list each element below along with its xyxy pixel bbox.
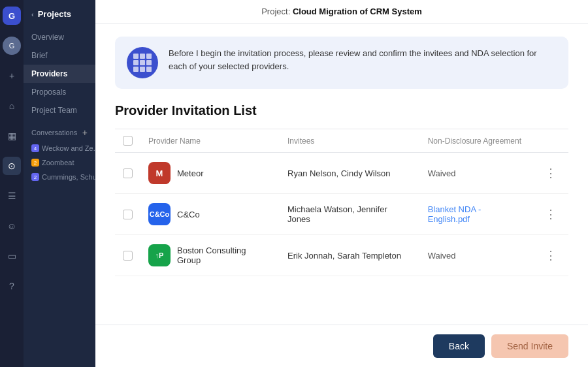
avatar-grid xyxy=(129,50,155,76)
provider-name: Meteor xyxy=(177,168,203,178)
brand-icon[interactable]: G xyxy=(3,7,21,25)
send-invite-button[interactable]: Send Invite xyxy=(491,334,568,358)
nav-header: ‹ Projects xyxy=(24,9,95,28)
nav-item-providers[interactable]: Providers xyxy=(24,65,95,83)
provider-logo-bcg: ↑P xyxy=(148,244,171,266)
add-conversation-icon[interactable]: + xyxy=(82,127,88,138)
nav-panel: ‹ Projects Overview Brief Providers Prop… xyxy=(24,0,95,367)
conv-badge-cummings: 2 xyxy=(31,173,39,181)
provider-name-cell: M Meteor xyxy=(140,153,280,194)
team-icon[interactable]: ☺ xyxy=(3,217,21,235)
topbar-prefix: Project: xyxy=(261,7,290,16)
nda-cell: Waived xyxy=(420,235,533,276)
select-all-checkbox[interactable] xyxy=(123,136,133,146)
row-checkbox-cell xyxy=(115,194,140,235)
clipboard-icon[interactable]: ☰ xyxy=(3,187,21,205)
provider-name-cell: ↑P Boston Consulting Group xyxy=(140,235,280,276)
invitees-cell: Michaela Watson, Jennifer Jones xyxy=(280,194,420,235)
info-banner: Before I begin the invitation process, p… xyxy=(115,37,568,89)
more-cell: ⋮ xyxy=(533,153,568,194)
provider-name: C&Co xyxy=(177,210,200,219)
more-button[interactable]: ⋮ xyxy=(541,163,561,183)
nda-link[interactable]: Blanket NDA - English.pdf xyxy=(428,204,482,224)
page-title: Provider Invitation List xyxy=(115,103,568,118)
nda-cell: Waived xyxy=(420,153,533,194)
banner-text: Before I begin the invitation process, p… xyxy=(169,47,557,72)
invitees-cell: Ryan Nelson, Cindy Wilson xyxy=(280,153,420,194)
more-cell: ⋮ xyxy=(533,194,568,235)
back-button[interactable]: Back xyxy=(433,334,485,358)
nav-title: Projects xyxy=(38,9,71,19)
sidebar: G G + ⌂ ▦ ⊙ ☰ ☺ ▭ ? xyxy=(0,0,24,367)
nav-item-proposals[interactable]: Proposals xyxy=(24,83,95,101)
provider-logo-meteor: M xyxy=(148,162,171,184)
ai-avatar xyxy=(127,47,158,78)
row-checkbox[interactable] xyxy=(123,168,133,178)
invitees-cell: Erik Jonnah, Sarah Templeton xyxy=(280,235,420,276)
main-content: Project: Cloud Migration of CRM System B… xyxy=(95,0,588,367)
package-icon[interactable]: ▦ xyxy=(3,127,21,145)
nav-item-brief[interactable]: Brief xyxy=(24,46,95,65)
nav-item-project-team[interactable]: Project Team xyxy=(24,101,95,120)
provider-name-cell: C&Co C&Co xyxy=(140,194,280,235)
conv-item-cummings[interactable]: 2 Cummings, Schu... xyxy=(24,170,95,184)
col-provider-name: Provider Name xyxy=(140,129,280,153)
row-checkbox-cell xyxy=(115,153,140,194)
table-row: M Meteor Ryan Nelson, Cindy Wilson Waive… xyxy=(115,153,568,194)
home-icon[interactable]: ⌂ xyxy=(3,97,21,115)
col-nda: Non-Disclosure Agreement xyxy=(420,129,533,153)
footer: Back Send Invite xyxy=(95,325,588,367)
row-checkbox-cell xyxy=(115,235,140,276)
user-avatar[interactable]: G xyxy=(3,37,21,55)
nav-item-overview[interactable]: Overview xyxy=(24,28,95,46)
more-cell: ⋮ xyxy=(533,235,568,276)
conversations-header: Conversations + xyxy=(24,120,95,141)
col-checkbox xyxy=(115,129,140,153)
topbar: Project: Cloud Migration of CRM System xyxy=(95,0,588,24)
nda-cell: Blanket NDA - English.pdf xyxy=(420,194,533,235)
conv-item-weckow[interactable]: 4 Weckow and Ze... xyxy=(24,141,95,155)
col-actions xyxy=(533,129,568,153)
more-button[interactable]: ⋮ xyxy=(541,246,561,265)
provider-name: Boston Consulting Group xyxy=(177,246,272,265)
conv-item-zoombeat[interactable]: 2 Zoombeat xyxy=(24,155,95,170)
provider-table: Provider Name Invitees Non-Disclosure Ag… xyxy=(115,129,568,276)
help-icon[interactable]: ? xyxy=(3,277,21,295)
row-checkbox[interactable] xyxy=(123,210,133,219)
search-icon[interactable]: ⊙ xyxy=(3,157,21,175)
more-button[interactable]: ⋮ xyxy=(541,204,561,224)
add-icon[interactable]: + xyxy=(3,67,21,85)
conv-badge-weckow: 4 xyxy=(31,144,39,152)
table-row: C&Co C&Co Michaela Watson, Jennifer Jone… xyxy=(115,194,568,235)
col-invitees: Invitees xyxy=(280,129,420,153)
back-arrow-icon: ‹ xyxy=(31,10,34,18)
table-row: ↑P Boston Consulting Group Erik Jonnah, … xyxy=(115,235,568,276)
folder-icon[interactable]: ▭ xyxy=(3,247,21,265)
provider-logo-cco: C&Co xyxy=(148,203,171,225)
row-checkbox[interactable] xyxy=(123,251,133,261)
conv-badge-zoombeat: 2 xyxy=(31,159,39,167)
content-area: Before I begin the invitation process, p… xyxy=(95,24,588,325)
topbar-title: Cloud Migration of CRM System xyxy=(293,7,422,16)
